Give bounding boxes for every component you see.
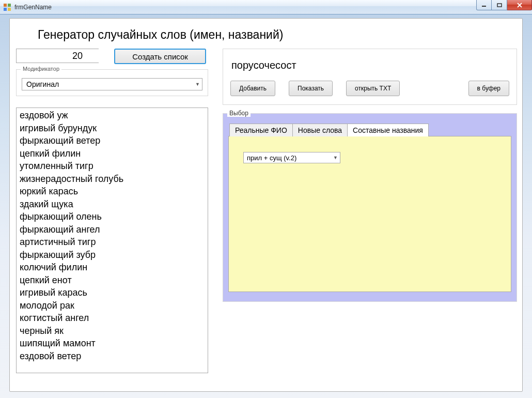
list-item[interactable]: игривый бурундук (18, 122, 207, 135)
list-item[interactable]: фыркающий ветер (18, 134, 207, 147)
choice-group: Выбор Реальные ФИОНовые словаСоставные н… (223, 113, 517, 302)
list-item[interactable]: цепкий филин (18, 147, 207, 160)
close-button[interactable] (507, 0, 532, 10)
tab-2[interactable]: Составные названия (347, 124, 429, 136)
titlebar: frmGenName (0, 0, 532, 14)
minimize-button[interactable] (476, 0, 492, 10)
result-button-row: Добавить Показать открыть TXT в буфер (230, 81, 509, 96)
list-item[interactable]: фыркающий зубр (18, 249, 207, 262)
tab-body: прил + сущ (v.2) ▼ (228, 136, 511, 292)
list-item[interactable]: утомленный тигр (18, 160, 207, 173)
svg-rect-5 (497, 4, 502, 7)
buffer-button[interactable]: в буфер (468, 81, 509, 96)
list-item[interactable]: ездовой уж (18, 109, 207, 122)
svg-rect-3 (8, 8, 11, 11)
window-title: frmGenName (14, 4, 52, 11)
list-item[interactable]: молодой рак (18, 299, 207, 312)
modifier-combo[interactable]: Оригинал ▼ (22, 78, 202, 90)
list-item[interactable]: черный як (18, 325, 207, 338)
left-column: ▲ ▼ Создать список Модификатор Оригинал … (16, 49, 208, 373)
result-text: порусочесост (230, 55, 509, 81)
page-title: Генератор случайных слов (имен, названий… (10, 19, 522, 50)
list-item[interactable]: игривый карась (18, 286, 207, 299)
app-icon (3, 3, 11, 11)
tab-0[interactable]: Реальные ФИО (229, 124, 293, 136)
count-spinner[interactable]: ▲ ▼ (16, 49, 99, 63)
list-item[interactable]: жизнерадостный голубь (18, 173, 207, 186)
word-listbox[interactable]: ездовой ужигривый бурундукфыркающий вете… (16, 108, 208, 373)
tab-1[interactable]: Новые слова (292, 124, 348, 136)
list-item[interactable]: когтистый ангел (18, 312, 207, 325)
svg-rect-2 (4, 8, 7, 11)
open-txt-button[interactable]: открыть TXT (346, 81, 400, 96)
list-item[interactable]: фыркающий олень (18, 210, 207, 223)
list-item[interactable]: фыркающий ангел (18, 223, 207, 236)
modifier-value: Оригинал (26, 80, 59, 88)
list-item[interactable]: колючий филин (18, 261, 207, 274)
create-list-button[interactable]: Создать список (114, 49, 206, 64)
tab-strip: Реальные ФИОНовые словаСоставные названи… (229, 123, 511, 136)
modifier-legend: Модификатор (21, 66, 61, 72)
maximize-button[interactable] (492, 0, 507, 10)
chevron-down-icon: ▼ (195, 82, 200, 87)
count-row: ▲ ▼ Создать список (16, 49, 208, 64)
modifier-group: Модификатор Оригинал ▼ (16, 69, 208, 96)
svg-rect-0 (4, 4, 7, 7)
list-item[interactable]: артистичный тигр (18, 236, 207, 249)
add-button[interactable]: Добавить (230, 81, 275, 96)
scheme-combo[interactable]: прил + сущ (v.2) ▼ (243, 152, 340, 163)
scheme-combo-value: прил + сущ (v.2) (247, 154, 296, 162)
list-item[interactable]: цепкий енот (18, 274, 207, 287)
chevron-down-icon: ▼ (333, 155, 338, 160)
window-controls (476, 0, 532, 10)
main-panel: Генератор случайных слов (имен, названий… (9, 18, 523, 392)
right-column: порусочесост Добавить Показать открыть T… (223, 49, 517, 302)
list-item[interactable]: ездовой ветер (18, 350, 207, 363)
show-button[interactable]: Показать (289, 81, 333, 96)
choice-legend: Выбор (227, 110, 251, 117)
list-item[interactable]: шипящий мамонт (18, 337, 207, 350)
list-item[interactable]: юркий карась (18, 185, 207, 198)
svg-rect-1 (8, 4, 11, 7)
list-item[interactable]: здакий щука (18, 198, 207, 211)
result-panel: порусочесост Добавить Показать открыть T… (223, 49, 517, 105)
